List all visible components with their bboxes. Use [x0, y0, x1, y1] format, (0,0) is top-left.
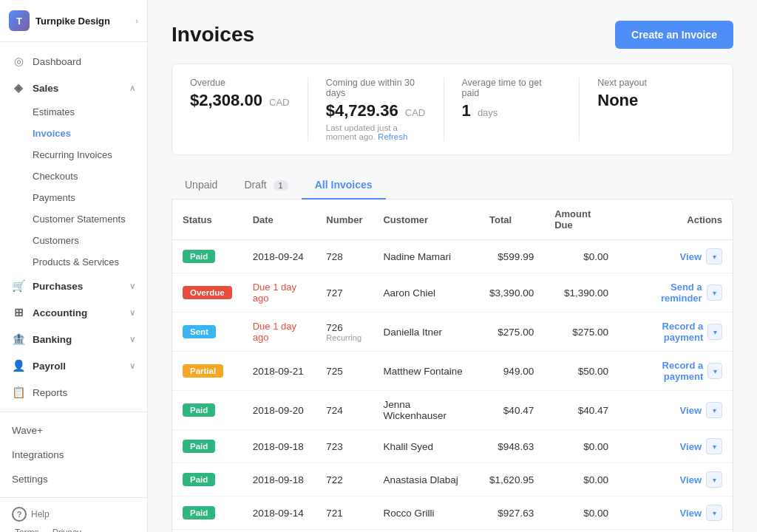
action-link[interactable]: View — [680, 508, 702, 519]
sidebar-item-recurring-invoices[interactable]: Recurring Invoices — [0, 144, 147, 166]
cell-amount-due: $40.47 — [544, 391, 619, 430]
stat-coming-due-label: Coming due within 30 days — [326, 78, 426, 98]
chevron-up-icon: ∧ — [129, 83, 135, 93]
sidebar-group-label: Banking — [33, 334, 72, 345]
action-link[interactable]: View — [680, 251, 702, 262]
sidebar-group-label: Purchases — [33, 281, 83, 292]
cell-date: 2018-09-20 — [242, 391, 316, 430]
privacy-link[interactable]: Privacy — [52, 528, 81, 532]
status-badge: Overdue — [183, 286, 232, 299]
sidebar-footer: ? Help Terms · Privacy — [0, 497, 147, 532]
cell-actions: View ▾ — [619, 240, 733, 273]
terms-link[interactable]: Terms — [15, 528, 39, 532]
action-dropdown-button[interactable]: ▾ — [707, 284, 722, 301]
sidebar: T Turnpike Design › ◎ Dashboard ◈ Sales … — [0, 0, 148, 532]
action-dropdown-button[interactable]: ▾ — [707, 324, 722, 340]
sales-icon: ◈ — [12, 81, 25, 95]
cell-customer: Nadine Mamari — [373, 240, 479, 273]
sidebar-group-label: Sales — [33, 83, 58, 94]
table-row: Paid2018-09-24728Nadine Mamari$599.99$0.… — [172, 240, 733, 273]
action-link[interactable]: Send a reminder — [629, 282, 702, 304]
action-dropdown-button[interactable]: ▾ — [706, 402, 722, 418]
cell-actions: View ▾ — [619, 430, 733, 463]
tab-draft[interactable]: Draft 1 — [231, 171, 301, 200]
tab-unpaid[interactable]: Unpaid — [172, 171, 231, 200]
cell-amount-due: $0.00 — [544, 530, 619, 533]
cell-total: 949.00 — [479, 352, 544, 391]
sidebar-item-products-services[interactable]: Products & Services — [0, 251, 147, 273]
stat-footer-note: Last updated just a moment ago. Refresh — [326, 123, 426, 141]
cell-status: Paid — [172, 463, 242, 497]
sidebar-header[interactable]: T Turnpike Design › — [0, 0, 147, 42]
cell-amount-due: $0.00 — [544, 497, 619, 530]
chevron-down-icon: ∨ — [129, 282, 135, 291]
banking-icon: 🏦 — [12, 332, 25, 346]
sidebar-item-payments[interactable]: Payments — [0, 187, 147, 208]
refresh-link[interactable]: Refresh — [378, 132, 407, 141]
sidebar-group-banking[interactable]: 🏦 Banking ∨ — [0, 326, 147, 352]
stat-overdue-label: Overdue — [190, 78, 290, 88]
action-link[interactable]: View — [680, 441, 702, 452]
action-dropdown-button[interactable]: ▾ — [706, 505, 722, 521]
sidebar-group-label: Payroll — [33, 361, 66, 372]
sidebar-item-estimates[interactable]: Estimates — [0, 101, 147, 123]
stat-overdue-value: $2,308.00 CAD — [190, 91, 290, 110]
sidebar-item-wave-plus[interactable]: Wave+ — [0, 418, 147, 443]
cell-customer: Jenna Wickenhauser — [373, 391, 479, 430]
sidebar-item-customer-statements[interactable]: Customer Statements — [0, 208, 147, 230]
action-link[interactable]: Record a payment — [629, 321, 703, 343]
sidebar-item-dashboard[interactable]: ◎ Dashboard — [0, 48, 147, 75]
sidebar-group-sales[interactable]: ◈ Sales ∧ — [0, 75, 147, 101]
status-badge: Paid — [183, 506, 215, 519]
sidebar-item-label: Dashboard — [33, 56, 81, 67]
cell-actions: View ▾ — [619, 530, 733, 533]
sidebar-navigation: ◎ Dashboard ◈ Sales ∧ Estimates Invoices… — [0, 42, 147, 497]
help-button[interactable]: ? Help — [12, 507, 135, 522]
sidebar-item-reports[interactable]: 📋 Reports — [0, 379, 147, 406]
status-badge: Paid — [183, 250, 215, 263]
status-badge: Paid — [183, 440, 215, 453]
action-dropdown-button[interactable]: ▾ — [706, 471, 722, 488]
action-link[interactable]: Record a payment — [629, 360, 703, 382]
table-row: SentDue 1 day ago726RecurringDaniella It… — [172, 313, 733, 352]
action-dropdown: View ▾ — [680, 505, 722, 521]
action-dropdown: View ▾ — [680, 471, 722, 488]
sidebar-item-checkouts[interactable]: Checkouts — [0, 166, 147, 187]
table-row: Paid2018-09-20724Jenna Wickenhauser$40.4… — [172, 391, 733, 430]
action-dropdown-button[interactable]: ▾ — [706, 438, 722, 454]
cell-date: 2018-09-14 — [242, 497, 316, 530]
cell-customer: Daniella Itner — [373, 313, 479, 352]
cell-number: 722 — [316, 463, 373, 497]
action-dropdown-button[interactable]: ▾ — [706, 248, 722, 265]
action-link[interactable]: View — [680, 405, 702, 416]
main-content: Invoices Create an Invoice Overdue $2,30… — [148, 0, 757, 532]
sidebar-item-integrations[interactable]: Integrations — [0, 443, 147, 467]
sidebar-item-customers[interactable]: Customers — [0, 230, 147, 251]
action-dropdown-button[interactable]: ▾ — [707, 363, 722, 379]
purchases-icon: 🛒 — [12, 279, 25, 293]
company-logo: T — [9, 10, 30, 31]
stat-avg-time: Average time to get paid 1 days — [444, 78, 580, 141]
cell-date: 2018-09-24 — [242, 240, 316, 273]
cell-total: $927.63 — [479, 497, 544, 530]
col-total: Total — [479, 200, 544, 240]
sidebar-item-settings[interactable]: Settings — [0, 467, 147, 491]
sidebar-item-invoices[interactable]: Invoices — [0, 123, 147, 144]
create-invoice-button[interactable]: Create an Invoice — [615, 21, 733, 49]
col-number: Number — [316, 200, 373, 240]
stat-next-payout-label: Next payout — [597, 78, 697, 88]
dashboard-icon: ◎ — [12, 55, 25, 68]
stat-avg-time-value: 1 days — [462, 101, 562, 120]
cell-total: $40.47 — [479, 391, 544, 430]
sidebar-group-payroll[interactable]: 👤 Payroll ∨ — [0, 352, 147, 379]
cell-total: $1,620.95 — [479, 463, 544, 497]
tab-all-invoices[interactable]: All Invoices — [302, 171, 386, 200]
sidebar-group-accounting[interactable]: ⊞ Accounting ∨ — [0, 299, 147, 326]
action-link[interactable]: View — [680, 474, 702, 485]
cell-number: 727 — [316, 273, 373, 313]
sidebar-group-purchases[interactable]: 🛒 Purchases ∨ — [0, 273, 147, 299]
cell-amount-due: $0.00 — [544, 430, 619, 463]
col-actions: Actions — [619, 200, 733, 240]
chevron-right-icon: › — [135, 16, 138, 25]
stat-next-payout-value: None — [597, 91, 697, 110]
